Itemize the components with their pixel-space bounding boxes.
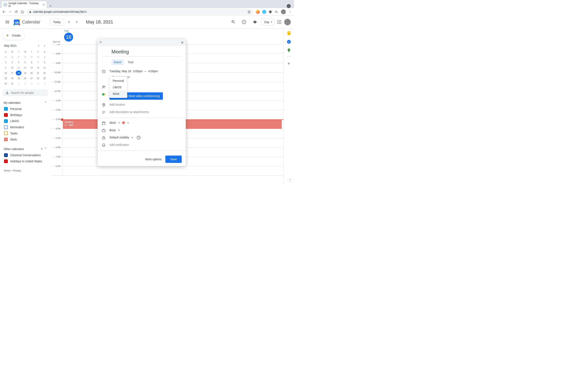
home-button[interactable] (20, 10, 24, 14)
availability-selector[interactable]: Busy▼ (109, 128, 120, 132)
mini-cal-day[interactable]: 21 (35, 71, 41, 75)
save-button[interactable]: Save (165, 156, 182, 163)
maps-icon[interactable] (287, 48, 291, 53)
calendar-item[interactable]: ✓Holidays in United States (2, 158, 49, 164)
mini-cal-day[interactable]: 30 (35, 55, 41, 59)
calendar-checkbox[interactable]: ✓ (4, 153, 8, 157)
profile-indicator-icon[interactable] (287, 4, 291, 8)
calendar-checkbox[interactable] (4, 125, 8, 129)
mini-cal-day[interactable]: 22 (42, 71, 47, 75)
mini-cal-day[interactable]: 12 (22, 65, 28, 70)
search-people-input[interactable]: Search for people (3, 89, 48, 96)
help-icon[interactable]: ? (240, 18, 248, 26)
day-number[interactable]: 18 (64, 33, 73, 42)
mini-cal-day[interactable]: 13 (29, 65, 35, 70)
mini-cal-day[interactable]: 30 (3, 81, 9, 86)
mini-cal-day[interactable]: 25 (16, 76, 21, 81)
mini-cal-day[interactable]: 9 (3, 65, 9, 70)
mini-cal-day[interactable]: 24 (9, 76, 15, 81)
task-tab[interactable]: Task (125, 59, 136, 65)
mini-cal-day[interactable]: 11 (16, 65, 21, 70)
address-bar[interactable]: calendar.google.com/calendar/u/0/r/day?p… (26, 9, 253, 15)
add-notification[interactable]: Add notification (109, 143, 129, 146)
calendar-checkbox[interactable] (4, 132, 8, 135)
mini-cal-prev[interactable]: ‹ (37, 44, 41, 48)
mini-cal-day[interactable]: 17 (9, 71, 15, 75)
mini-cal-day[interactable]: 20 (29, 71, 35, 75)
add-side-panel-icon[interactable]: + (287, 61, 291, 66)
create-button[interactable]: Create (2, 31, 25, 40)
hour-row[interactable]: 8 PM (51, 166, 283, 176)
calendar-item[interactable]: ✓Work (2, 136, 49, 142)
mini-cal-day[interactable]: 26 (9, 55, 15, 59)
view-selector[interactable]: Day▼ (261, 18, 274, 25)
event-tab[interactable]: Event (112, 59, 124, 65)
calendar-checkbox[interactable]: ✓ (4, 119, 8, 123)
mini-cal-day[interactable]: 2 (22, 81, 28, 86)
calendar-checkbox[interactable]: ✓ (4, 113, 8, 117)
hamburger-menu-icon[interactable] (3, 18, 11, 26)
visibility-selector[interactable]: Default visibility▼ (109, 136, 133, 139)
calendar-checkbox[interactable]: ✓ (4, 107, 8, 111)
settings-gear-icon[interactable] (251, 18, 259, 26)
browser-tab[interactable]: 18 Google Calendar - Tuesday, M × (2, 1, 47, 8)
apps-grid-icon[interactable] (277, 20, 282, 25)
mini-cal-day[interactable]: 29 (42, 76, 47, 81)
forward-button[interactable] (8, 10, 12, 14)
extensions-button[interactable] (269, 10, 272, 14)
search-icon[interactable] (229, 18, 237, 26)
add-calendar-icon[interactable]: + (41, 147, 43, 151)
mini-cal-day[interactable]: 25 (3, 55, 9, 59)
visibility-help-icon[interactable]: ? (137, 136, 140, 140)
color-dot[interactable] (122, 121, 125, 124)
mini-cal-day[interactable]: 18 (16, 71, 21, 75)
calendar-checkbox[interactable]: ✓ (4, 138, 8, 141)
privacy-link[interactable]: Privacy (13, 169, 21, 172)
browser-menu-icon[interactable]: ⋮ (288, 10, 292, 14)
dropdown-item-personal[interactable]: Personal (109, 77, 127, 84)
today-button[interactable]: Today (50, 18, 64, 25)
mini-cal-day[interactable]: 4 (16, 60, 21, 65)
mini-cal-day[interactable]: 28 (35, 76, 41, 81)
mini-cal-next[interactable]: › (43, 44, 47, 48)
collapse-side-panel-button[interactable]: › (287, 177, 292, 182)
account-avatar[interactable] (284, 19, 291, 25)
star-icon[interactable] (247, 10, 251, 13)
calendar-item[interactable]: Reminders (2, 124, 49, 130)
drag-handle-icon[interactable]: ≡ (100, 40, 102, 45)
next-day-button[interactable] (75, 20, 79, 25)
extension-icon-2[interactable] (262, 10, 266, 14)
extension-icon-1[interactable] (256, 10, 260, 14)
calendar-item[interactable]: Tasks (2, 130, 49, 136)
mini-cal-day[interactable]: 16 (3, 71, 9, 75)
event-end-time[interactable]: 4:00pm (148, 69, 158, 73)
media-control-icon[interactable] (275, 10, 278, 14)
mini-cal-day[interactable]: 1 (42, 55, 47, 59)
tasks-icon[interactable] (287, 40, 291, 44)
close-tab-icon[interactable]: × (43, 3, 44, 6)
hour-cell[interactable] (62, 166, 283, 175)
other-calendars-toggle[interactable]: Other calendars +⌃ (2, 146, 49, 152)
mini-cal-day[interactable]: 14 (35, 65, 41, 70)
more-options-button[interactable]: More options (145, 158, 162, 161)
prev-day-button[interactable] (66, 20, 71, 25)
calendar-checkbox[interactable]: ✓ (4, 159, 8, 163)
calendar-item[interactable]: ✓LifeOS (2, 118, 49, 124)
calendar-item[interactable]: ✓Personal (2, 106, 49, 112)
my-calendars-toggle[interactable]: My calendars ⌃ (2, 100, 49, 106)
mini-cal-day[interactable]: 29 (29, 55, 35, 59)
mini-cal-day[interactable]: 2 (3, 60, 9, 65)
mini-cal-day[interactable]: 23 (3, 76, 9, 81)
event-start-time[interactable]: 3:00pm (133, 69, 143, 73)
event-title-input[interactable] (102, 48, 182, 57)
description-input[interactable]: Add description or attachments (109, 110, 149, 114)
mini-cal-day[interactable]: 10 (9, 65, 15, 70)
close-modal-icon[interactable]: ✕ (181, 40, 184, 45)
mini-cal-day[interactable]: 1 (16, 81, 21, 86)
mini-cal-day[interactable]: 6 (29, 60, 35, 65)
dropdown-item-lifeos[interactable]: LifeOS (109, 84, 127, 91)
keep-icon[interactable] (287, 31, 291, 35)
back-button[interactable] (2, 10, 6, 14)
mini-cal-day[interactable]: 19 (22, 71, 28, 75)
calendar-selector[interactable]: Work ▼ ▼ (109, 121, 129, 124)
